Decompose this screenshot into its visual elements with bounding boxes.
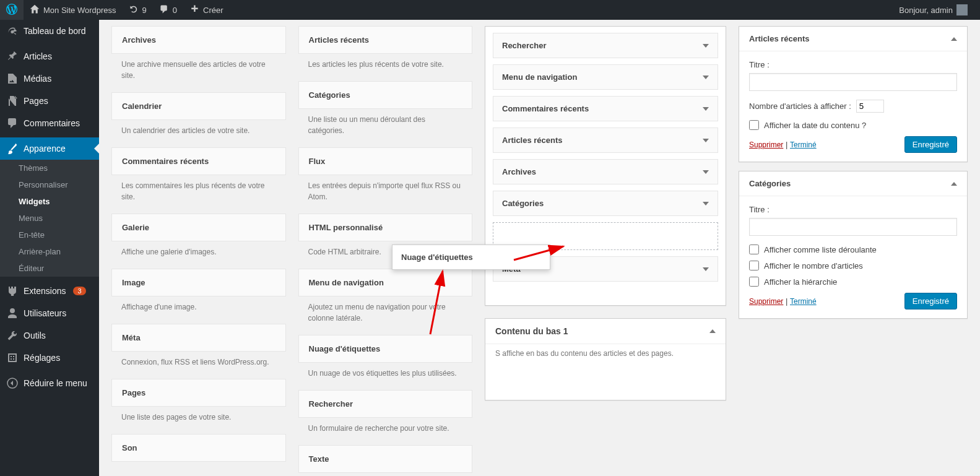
cats-delete-link[interactable]: Supprimer <box>749 297 783 306</box>
available-widget-title: Méta <box>112 324 285 351</box>
menu-appearance[interactable]: Apparence <box>0 137 99 160</box>
adminbar-site[interactable]: Mon Site Wordpress <box>24 0 123 20</box>
cats-title-input[interactable] <box>749 218 957 236</box>
plus-icon <box>189 4 199 16</box>
placed-widget-title: Menu de navigation <box>502 72 577 82</box>
recent-showdate-checkbox[interactable] <box>749 120 759 130</box>
placed-widget-title: Catégories <box>502 199 544 208</box>
placed-widget-title: Rechercher <box>502 41 547 50</box>
submenu-themes[interactable]: Thèmes <box>0 160 99 176</box>
available-widget[interactable]: Son <box>111 434 286 462</box>
admin-bar: Mon Site Wordpress 9 0 Créer Bonjour, ad… <box>0 0 980 20</box>
menu-tools[interactable]: Outils <box>0 324 99 347</box>
available-widget-desc: Un nuage de vos étiquettes les plus util… <box>298 363 473 390</box>
adminbar-site-name: Mon Site Wordpress <box>43 6 116 15</box>
annotation-arrow <box>508 241 570 268</box>
placed-widget[interactable]: Articles récents <box>493 128 718 153</box>
available-widget-title: Texte <box>299 446 472 472</box>
available-widget[interactable]: Pages <box>111 379 286 407</box>
cats-save-button[interactable]: Enregistré <box>904 293 957 309</box>
cats-count-label: Afficher le nombre d'articles <box>764 261 863 270</box>
recent-save-button[interactable]: Enregistré <box>904 136 957 153</box>
available-widget[interactable]: Galerie <box>111 214 286 241</box>
cats-done-link[interactable]: Terminé <box>790 297 817 306</box>
recent-title-input[interactable] <box>749 73 957 91</box>
placed-widget[interactable]: Commentaires récents <box>493 96 718 121</box>
adminbar-create-label: Créer <box>203 6 223 15</box>
adminbar-comments[interactable]: 0 <box>153 0 183 20</box>
available-widget[interactable]: HTML personnalisé <box>298 214 473 241</box>
available-widget[interactable]: Flux <box>298 147 473 175</box>
adminbar-comments-count: 0 <box>173 6 177 15</box>
caret-up-icon <box>709 329 716 333</box>
submenu-editor[interactable]: Éditeur <box>0 260 99 277</box>
config-cats-title: Catégories <box>749 179 791 188</box>
available-widget[interactable]: Rechercher <box>298 390 473 418</box>
submenu-widgets[interactable]: Widgets <box>0 193 99 210</box>
available-widget[interactable]: Commentaires récents <box>111 147 286 175</box>
wrench-icon <box>6 329 19 342</box>
available-widget-desc: Connexion, flux RSS et liens WordPress.o… <box>111 352 286 379</box>
menu-media[interactable]: Médias <box>0 67 99 90</box>
cats-dropdown-checkbox[interactable] <box>749 244 759 254</box>
available-widget[interactable]: Calendrier <box>111 92 286 120</box>
menu-plugins[interactable]: Extensions 3 <box>0 280 99 302</box>
menu-users[interactable]: Utilisateurs <box>0 302 99 324</box>
menu-posts-label: Articles <box>24 51 52 61</box>
cats-dropdown-label: Afficher comme liste déroulante <box>764 245 877 254</box>
menu-comments-label: Commentaires <box>24 118 80 128</box>
placed-widget-title: Archives <box>502 167 536 176</box>
submenu-background[interactable]: Arrière-plan <box>0 243 99 260</box>
plugins-badge: 3 <box>73 287 85 295</box>
media-icon <box>6 72 19 85</box>
available-widget[interactable]: Catégories <box>298 81 473 109</box>
recent-count-input[interactable] <box>856 100 884 113</box>
menu-settings-label: Réglages <box>24 353 60 363</box>
recent-count-label: Nombre d'articles à afficher : <box>749 102 851 111</box>
adminbar-account[interactable]: Bonjour, admin <box>893 0 974 20</box>
menu-comments[interactable]: Commentaires <box>0 112 99 134</box>
placed-widget[interactable]: Catégories <box>493 191 718 216</box>
update-icon <box>129 4 139 16</box>
available-widget[interactable]: Articles récents <box>298 26 473 54</box>
caret-down-icon <box>703 170 709 174</box>
menu-pages[interactable]: Pages <box>0 90 99 112</box>
submenu-header[interactable]: En-tête <box>0 227 99 243</box>
placed-widget[interactable]: Menu de navigation <box>493 64 718 90</box>
pages-icon <box>6 95 19 107</box>
cats-hierarchy-checkbox[interactable] <box>749 277 759 287</box>
available-widget-desc: Une liste ou un menu déroulant des catég… <box>298 109 473 147</box>
available-widget[interactable]: Image <box>111 269 286 296</box>
menu-appearance-label: Apparence <box>24 144 66 154</box>
bottom-content-panel: Contenu du bas 1 S affiche en bas du con… <box>485 318 726 400</box>
recent-done-link[interactable]: Terminé <box>790 141 817 149</box>
available-widget-title: Pages <box>112 379 285 406</box>
plugin-icon <box>6 285 19 297</box>
svg-line-1 <box>514 246 563 260</box>
config-recent-posts: Articles récents Titre : Nombre d'articl… <box>739 26 968 162</box>
adminbar-updates[interactable]: 9 <box>123 0 153 20</box>
recent-delete-link[interactable]: Supprimer <box>749 141 783 149</box>
available-widget[interactable]: Archives <box>111 26 286 54</box>
menu-dashboard[interactable]: Tableau de bord <box>0 20 99 42</box>
bottom-panel-toggle[interactable]: Contenu du bas 1 <box>485 319 726 344</box>
adminbar-wp-logo[interactable] <box>0 0 24 20</box>
available-widget[interactable]: Méta <box>111 324 286 352</box>
menu-posts[interactable]: Articles <box>0 45 99 67</box>
menu-collapse[interactable]: Réduire le menu <box>0 372 99 394</box>
available-widget[interactable]: Texte <box>298 445 473 473</box>
placed-widget[interactable]: Rechercher <box>493 33 718 58</box>
config-cats-toggle[interactable]: Catégories <box>739 171 967 196</box>
menu-settings[interactable]: Réglages <box>0 347 99 369</box>
available-widget-title: Image <box>112 269 285 296</box>
submenu-menus[interactable]: Menus <box>0 210 99 227</box>
adminbar-create[interactable]: Créer <box>183 0 230 20</box>
config-recent-title: Articles récents <box>749 34 810 43</box>
submenu-customize[interactable]: Personnaliser <box>0 176 99 193</box>
adminbar-updates-count: 9 <box>142 6 147 15</box>
config-recent-toggle[interactable]: Articles récents <box>739 27 967 51</box>
cats-count-checkbox[interactable] <box>749 261 759 270</box>
wordpress-icon <box>6 4 17 17</box>
placed-widget[interactable]: Archives <box>493 159 718 184</box>
caret-down-icon <box>703 44 709 48</box>
